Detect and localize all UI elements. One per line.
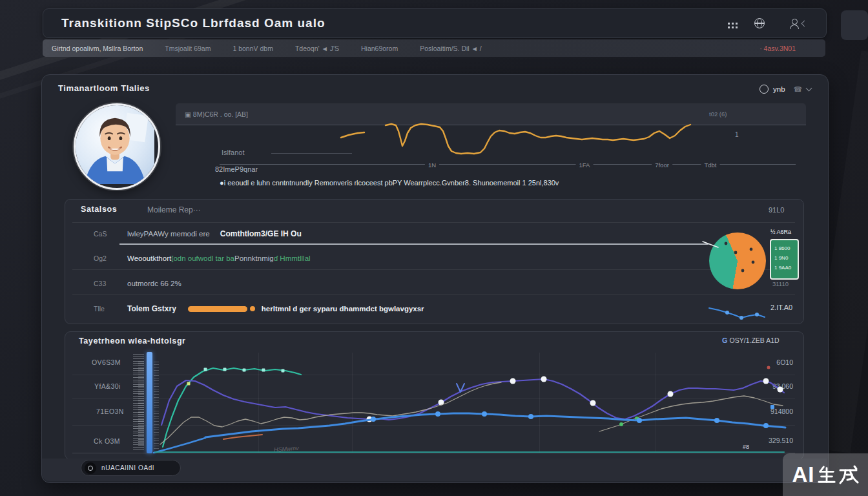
cjk-cheng-glyph [838, 464, 859, 485]
trend-right-text: OSY/1.ZEB A1D [730, 336, 780, 344]
y-axis-label-0: OV6S3M [92, 358, 121, 366]
y-axis-label-2: 71EO3N [96, 408, 124, 415]
divider [72, 294, 795, 295]
table-row[interactable]: Tlle Tolem Gstxry herltmnl d ger syparu … [94, 301, 701, 316]
row-note: herltmnl d ger syparu dhammdct bgwlavgyx… [262, 305, 424, 313]
avatar [74, 103, 160, 190]
footer-pill-button[interactable]: nUACAlINI OAdl [81, 460, 181, 476]
row-key: Tlle [94, 305, 127, 313]
trend-title: Tayetrheon wlea-hdtolsgr [79, 336, 186, 346]
cjk-sheng-glyph [817, 464, 836, 485]
axis-tick-1: 1FA [576, 161, 594, 168]
row1-rule [271, 153, 352, 154]
y-axis-label-1: YfA&30i [94, 382, 121, 390]
axis-tick-3: Tdbt [701, 161, 719, 168]
row-text: Ponnktnmig [234, 254, 274, 262]
chevron-down-icon[interactable] [806, 85, 812, 92]
table-row[interactable]: CaS lwleyPAAWy memodi ere Comthtlom3/GE … [94, 226, 701, 242]
legend-item: 1 9N0 [774, 253, 798, 263]
footer-pill-label: nUACAlINI OAdl [101, 464, 154, 471]
globe-icon[interactable] [754, 18, 765, 28]
progress-dot [250, 306, 255, 311]
chart-mini-label: 1 [735, 131, 739, 138]
sparkline-chart [704, 302, 775, 323]
row-text-bold: Comthtlom3/GE IH Ou [220, 229, 302, 238]
highlight-divider [119, 243, 708, 245]
row-text-green: [odn oufwodl tar ba [171, 254, 234, 262]
y-axis-label-3: Ck O3M [94, 437, 120, 445]
panel1-row2-label: 82ImeP9qnar [215, 165, 258, 173]
avatar-illustration [76, 105, 154, 184]
refresh-circle-icon[interactable] [760, 85, 769, 94]
app-header: Transkitionn StipSCo Lbrfdasd Oam ualo [43, 8, 827, 38]
axis-tick-0: 1N [425, 161, 439, 168]
trend-line-chart [150, 350, 789, 456]
divider [72, 269, 795, 270]
sales-header-value: 91L0 [769, 206, 784, 214]
record-icon [85, 462, 96, 474]
nav-right-value: · 4asv.3N01 [760, 45, 796, 52]
panel1-row1-label: Islfanot [222, 149, 244, 156]
user-menu[interactable] [789, 19, 807, 28]
divider [72, 222, 795, 223]
panel1-title: Timanartloom Tlalies [58, 83, 150, 93]
legend-item: 1 9AA0 [774, 263, 798, 273]
chevron-left-icon [801, 20, 808, 26]
panel1-actions: ynb ☎ [760, 85, 811, 94]
table-row[interactable]: C33 outmordc 66 2% [94, 276, 701, 291]
dashboard-page: Transkitionn StipSCo Lbrfdasd Oam ualo G… [0, 0, 868, 496]
watermark-latin: AI [792, 462, 815, 487]
nav-item-5[interactable]: Posloaitim/S. Dil ◄ / [420, 45, 482, 52]
row-key: Og2 [94, 254, 127, 262]
pie-legend: 1 8600 1 9N0 1 9AA0 [770, 239, 799, 280]
sales-title: Satalsos [81, 205, 117, 214]
nav-item-0[interactable]: Girtnd opoalivm, Msllra Borton [52, 45, 143, 52]
phone-icon[interactable]: ☎ [794, 85, 803, 94]
row-text: lwleyPAAWy memodi ere [127, 230, 210, 238]
legend-item: 1 8600 [774, 243, 798, 253]
corner-panel [841, 10, 868, 40]
grid-icon[interactable] [728, 23, 730, 25]
row-text: outmordc 66 2% [127, 280, 181, 287]
app-title: Transkitionn StipSCo Lbrfdasd Oam ualo [61, 16, 326, 30]
row-key: C33 [94, 280, 127, 287]
progress-bar [188, 306, 247, 312]
nav-item-4[interactable]: Hian69orom [361, 45, 398, 52]
main-nav: Girtnd opoalivm, Msllra Borton Tmsjoalit… [43, 39, 825, 57]
toolbar-filter-chip[interactable]: ▣ 8M)C6R . oo. [AB] [185, 110, 248, 118]
nav-item-2[interactable]: 1 bonnV dbm [232, 45, 273, 52]
g-badge-icon: G [722, 336, 728, 344]
row-text: Tolem Gstxry [127, 304, 176, 313]
row-text-green: ɗ Hmmtlllal [274, 254, 311, 262]
nav-item-3[interactable]: Tdeoqn' ◄ J'S [295, 45, 339, 52]
row-key: CaS [94, 230, 127, 238]
user-icon [789, 19, 799, 28]
axis-ticks-dense [138, 362, 144, 447]
trend-right-value: G OSY/1.ZEB A1D [722, 336, 780, 344]
row-text: Weooutkthort [127, 254, 171, 262]
x-axis: 1N 1FA 7foor Tdbt [220, 164, 796, 165]
panel1-footnote: ●i eeoudl e luhn cnntntnundly Remonveris… [220, 179, 559, 187]
toolbar-right-label[interactable]: t02 (6) [709, 110, 727, 118]
overview-line-chart [323, 119, 704, 158]
header-icon-group [728, 18, 807, 28]
sales-subtitle: Moileme Rep··· [147, 205, 201, 214]
table-row[interactable]: Og2 Weooutkthort [odn oufwodl tar ba Pon… [94, 251, 701, 266]
nav-item-1[interactable]: Tmsjoalit 69am [165, 45, 211, 52]
axis-tick-2: 7foor [652, 161, 672, 168]
panel1-action-label[interactable]: ynb [773, 85, 785, 93]
legend-footer: 31110 [772, 280, 789, 287]
legend-title: ½ A6Ra [770, 229, 791, 235]
ai-watermark: AI [783, 453, 868, 496]
